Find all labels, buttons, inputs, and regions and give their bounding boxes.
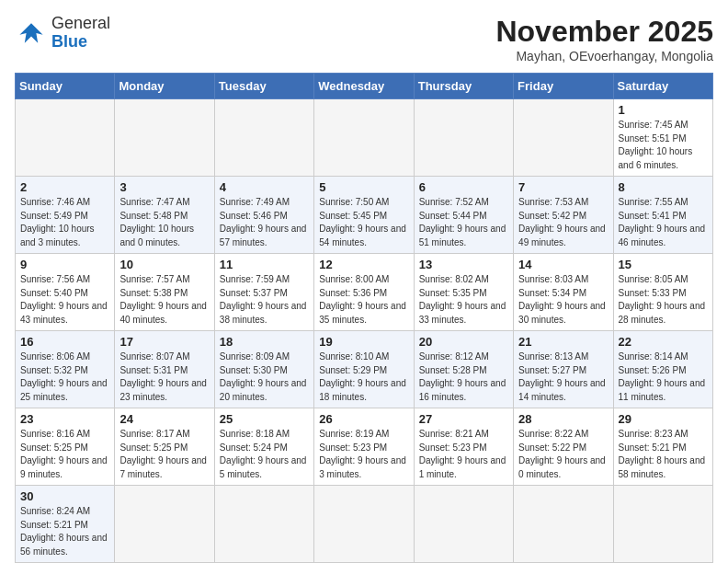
day-info: Sunrise: 7:50 AM Sunset: 5:45 PM Dayligh… xyxy=(319,196,408,249)
calendar-cell: 21Sunrise: 8:13 AM Sunset: 5:27 PM Dayli… xyxy=(514,331,613,408)
weekday-header-friday: Friday xyxy=(514,74,613,99)
day-info: Sunrise: 8:19 AM Sunset: 5:23 PM Dayligh… xyxy=(319,428,408,481)
calendar-week-row: 2Sunrise: 7:46 AM Sunset: 5:49 PM Daylig… xyxy=(16,177,713,254)
calendar-cell: 3Sunrise: 7:47 AM Sunset: 5:48 PM Daylig… xyxy=(115,177,214,254)
day-number: 19 xyxy=(319,335,408,349)
calendar-cell xyxy=(214,486,313,563)
day-info: Sunrise: 8:24 AM Sunset: 5:21 PM Dayligh… xyxy=(20,505,109,558)
calendar-cell: 29Sunrise: 8:23 AM Sunset: 5:21 PM Dayli… xyxy=(613,408,712,486)
calendar-cell xyxy=(514,99,613,177)
day-info: Sunrise: 7:59 AM Sunset: 5:37 PM Dayligh… xyxy=(220,273,309,327)
calendar-cell xyxy=(514,486,613,563)
page-header: General Blue November 2025 Mayhan, OEvoe… xyxy=(15,15,713,63)
location: Mayhan, OEvoerhangay, Mongolia xyxy=(495,49,713,63)
day-info: Sunrise: 7:56 AM Sunset: 5:40 PM Dayligh… xyxy=(20,273,109,327)
calendar-cell: 30Sunrise: 8:24 AM Sunset: 5:21 PM Dayli… xyxy=(16,486,115,563)
day-number: 16 xyxy=(20,335,109,349)
day-number: 3 xyxy=(119,180,209,194)
calendar-cell xyxy=(214,99,313,177)
calendar-cell: 13Sunrise: 8:02 AM Sunset: 5:35 PM Dayli… xyxy=(414,254,513,331)
logo-text: General Blue xyxy=(51,15,110,52)
calendar-cell: 6Sunrise: 7:52 AM Sunset: 5:44 PM Daylig… xyxy=(414,177,513,254)
calendar-cell: 12Sunrise: 8:00 AM Sunset: 5:36 PM Dayli… xyxy=(314,254,414,331)
day-number: 24 xyxy=(119,412,209,426)
calendar-cell: 5Sunrise: 7:50 AM Sunset: 5:45 PM Daylig… xyxy=(314,177,414,254)
calendar-cell: 23Sunrise: 8:16 AM Sunset: 5:25 PM Dayli… xyxy=(16,408,115,486)
day-number: 1 xyxy=(619,103,708,117)
day-info: Sunrise: 7:52 AM Sunset: 5:44 PM Dayligh… xyxy=(419,196,508,249)
day-number: 26 xyxy=(319,412,408,426)
day-number: 8 xyxy=(619,180,708,194)
day-info: Sunrise: 8:07 AM Sunset: 5:31 PM Dayligh… xyxy=(119,350,209,404)
day-info: Sunrise: 8:02 AM Sunset: 5:35 PM Dayligh… xyxy=(419,273,508,327)
day-number: 23 xyxy=(20,412,109,426)
day-number: 14 xyxy=(518,258,608,271)
calendar-cell: 1Sunrise: 7:45 AM Sunset: 5:51 PM Daylig… xyxy=(613,99,712,177)
logo-icon xyxy=(15,17,48,50)
day-info: Sunrise: 7:55 AM Sunset: 5:41 PM Dayligh… xyxy=(619,196,708,249)
day-number: 21 xyxy=(518,335,608,349)
calendar-cell: 9Sunrise: 7:56 AM Sunset: 5:40 PM Daylig… xyxy=(16,254,115,331)
calendar-cell xyxy=(414,99,513,177)
calendar-cell: 10Sunrise: 7:57 AM Sunset: 5:38 PM Dayli… xyxy=(115,254,214,331)
day-info: Sunrise: 8:06 AM Sunset: 5:32 PM Dayligh… xyxy=(20,350,109,404)
day-number: 29 xyxy=(619,412,708,426)
weekday-header-row: SundayMondayTuesdayWednesdayThursdayFrid… xyxy=(16,74,713,99)
day-info: Sunrise: 7:46 AM Sunset: 5:49 PM Dayligh… xyxy=(20,196,109,249)
calendar-week-row: 23Sunrise: 8:16 AM Sunset: 5:25 PM Dayli… xyxy=(16,408,713,486)
calendar-cell: 19Sunrise: 8:10 AM Sunset: 5:29 PM Dayli… xyxy=(314,331,414,408)
calendar-cell xyxy=(314,99,414,177)
day-info: Sunrise: 8:03 AM Sunset: 5:34 PM Dayligh… xyxy=(518,273,608,327)
day-number: 11 xyxy=(220,258,309,271)
calendar-cell: 11Sunrise: 7:59 AM Sunset: 5:37 PM Dayli… xyxy=(214,254,313,331)
day-info: Sunrise: 8:14 AM Sunset: 5:26 PM Dayligh… xyxy=(619,350,708,404)
calendar-cell: 14Sunrise: 8:03 AM Sunset: 5:34 PM Dayli… xyxy=(514,254,613,331)
day-number: 30 xyxy=(20,489,109,503)
day-number: 10 xyxy=(119,258,209,271)
title-block: November 2025 Mayhan, OEvoerhangay, Mong… xyxy=(495,15,713,63)
day-info: Sunrise: 8:22 AM Sunset: 5:22 PM Dayligh… xyxy=(518,428,608,481)
month-title: November 2025 xyxy=(495,15,713,49)
calendar-cell xyxy=(314,486,414,563)
day-number: 18 xyxy=(220,335,309,349)
calendar-cell: 18Sunrise: 8:09 AM Sunset: 5:30 PM Dayli… xyxy=(214,331,313,408)
day-info: Sunrise: 7:53 AM Sunset: 5:42 PM Dayligh… xyxy=(518,196,608,249)
calendar-cell xyxy=(16,99,115,177)
calendar-cell: 20Sunrise: 8:12 AM Sunset: 5:28 PM Dayli… xyxy=(414,331,513,408)
day-info: Sunrise: 7:45 AM Sunset: 5:51 PM Dayligh… xyxy=(619,119,708,172)
day-number: 13 xyxy=(419,258,508,271)
day-number: 15 xyxy=(619,258,708,271)
day-number: 4 xyxy=(220,180,309,194)
day-info: Sunrise: 8:13 AM Sunset: 5:27 PM Dayligh… xyxy=(518,350,608,404)
calendar-week-row: 30Sunrise: 8:24 AM Sunset: 5:21 PM Dayli… xyxy=(16,486,713,563)
calendar-table: SundayMondayTuesdayWednesdayThursdayFrid… xyxy=(15,73,713,563)
day-number: 22 xyxy=(619,335,708,349)
calendar-cell xyxy=(115,99,214,177)
day-info: Sunrise: 8:16 AM Sunset: 5:25 PM Dayligh… xyxy=(20,428,109,481)
weekday-header-saturday: Saturday xyxy=(613,74,712,99)
calendar-cell: 16Sunrise: 8:06 AM Sunset: 5:32 PM Dayli… xyxy=(16,331,115,408)
day-number: 25 xyxy=(220,412,309,426)
day-number: 6 xyxy=(419,180,508,194)
day-info: Sunrise: 8:09 AM Sunset: 5:30 PM Dayligh… xyxy=(220,350,309,404)
calendar-cell xyxy=(613,486,712,563)
calendar-cell xyxy=(414,486,513,563)
day-info: Sunrise: 7:47 AM Sunset: 5:48 PM Dayligh… xyxy=(119,196,209,249)
weekday-header-wednesday: Wednesday xyxy=(314,74,414,99)
day-number: 9 xyxy=(20,258,109,271)
weekday-header-thursday: Thursday xyxy=(414,74,513,99)
calendar-cell xyxy=(115,486,214,563)
logo: General Blue xyxy=(15,15,110,52)
calendar-cell: 22Sunrise: 8:14 AM Sunset: 5:26 PM Dayli… xyxy=(613,331,712,408)
weekday-header-sunday: Sunday xyxy=(16,74,115,99)
day-info: Sunrise: 8:21 AM Sunset: 5:23 PM Dayligh… xyxy=(419,428,508,481)
calendar-cell: 2Sunrise: 7:46 AM Sunset: 5:49 PM Daylig… xyxy=(16,177,115,254)
day-info: Sunrise: 7:57 AM Sunset: 5:38 PM Dayligh… xyxy=(119,273,209,327)
day-info: Sunrise: 8:10 AM Sunset: 5:29 PM Dayligh… xyxy=(319,350,408,404)
svg-marker-0 xyxy=(19,23,42,43)
day-info: Sunrise: 8:23 AM Sunset: 5:21 PM Dayligh… xyxy=(619,428,708,481)
day-number: 7 xyxy=(518,180,608,194)
calendar-cell: 27Sunrise: 8:21 AM Sunset: 5:23 PM Dayli… xyxy=(414,408,513,486)
day-info: Sunrise: 8:17 AM Sunset: 5:25 PM Dayligh… xyxy=(119,428,209,481)
day-number: 20 xyxy=(419,335,508,349)
